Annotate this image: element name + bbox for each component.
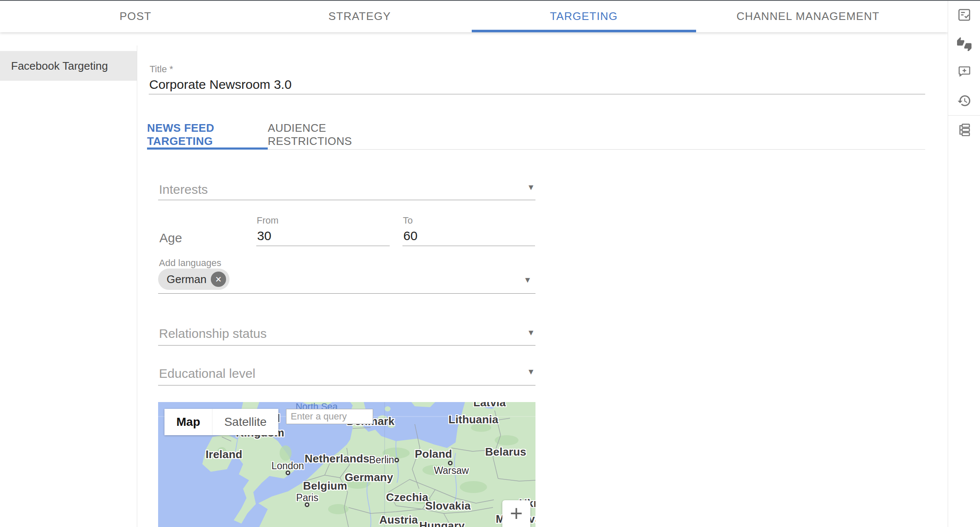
- active-subtab-indicator: [147, 147, 268, 150]
- map-label-ireland: Ireland: [206, 448, 243, 461]
- right-toolbar: [948, 0, 980, 527]
- city-marker-warsaw: [448, 461, 453, 465]
- relationship-status-underline: [158, 345, 535, 346]
- relationship-status-select[interactable]: Relationship status: [159, 326, 266, 341]
- languages-underline: [158, 293, 535, 294]
- age-to-underline: [402, 246, 535, 246]
- age-from-underline: [256, 246, 390, 246]
- age-from-label: From: [257, 215, 278, 226]
- window-top-edge: [0, 0, 980, 1]
- targeting-map[interactable]: North Sea Latvia Lithuania Denmark Unite…: [158, 402, 535, 527]
- map-label-czechia: Czechia: [386, 491, 428, 504]
- subtab-news-feed-targeting[interactable]: NEWS FEED TARGETING: [147, 121, 268, 149]
- sidebar-item-label: Facebook Targeting: [0, 60, 108, 73]
- history-icon[interactable]: [957, 94, 972, 108]
- city-marker-berlin: [394, 458, 399, 462]
- title-label: Title *: [150, 64, 173, 75]
- chevron-down-icon[interactable]: ▼: [527, 328, 535, 337]
- thumbs-up-down-icon[interactable]: [957, 37, 972, 51]
- map-label-latvia: Latvia: [473, 402, 506, 409]
- map-label-netherlands: Netherlands: [305, 452, 369, 465]
- language-chip-german: German ✕: [158, 269, 229, 290]
- close-icon: ✕: [215, 275, 222, 284]
- sidebar-divider: [137, 45, 137, 527]
- age-to-label: To: [403, 215, 413, 226]
- map-zoom-in-button[interactable]: +: [502, 500, 530, 527]
- title-input[interactable]: Corporate Newsroom 3.0: [149, 77, 292, 92]
- add-comment-icon[interactable]: [957, 64, 972, 79]
- map-label-lithuania: Lithuania: [448, 413, 498, 426]
- map-query-input[interactable]: [286, 409, 373, 424]
- fact-check-icon[interactable]: [957, 8, 972, 22]
- title-underline: [149, 94, 925, 94]
- city-marker-london: [286, 470, 290, 475]
- tab-channel-management[interactable]: CHANNEL MANAGEMENT: [696, 0, 921, 32]
- remove-language-button[interactable]: ✕: [211, 272, 226, 287]
- tree-structure-icon[interactable]: [957, 122, 972, 137]
- map-label-paris: Paris: [296, 492, 318, 504]
- map-label-belgium: Belgium: [303, 479, 347, 493]
- map-label-germany: Germany: [345, 471, 393, 484]
- language-chip-label: German: [167, 273, 207, 286]
- map-label-hungary: Hungary: [419, 519, 465, 527]
- city-marker-paris: [305, 502, 309, 507]
- sidebar-item-facebook-targeting[interactable]: Facebook Targeting: [0, 51, 137, 81]
- map-label-austria: Austria: [380, 513, 418, 527]
- educational-level-underline: [158, 385, 535, 385]
- chevron-down-icon[interactable]: ▼: [524, 275, 532, 285]
- tab-strategy[interactable]: STRATEGY: [248, 0, 472, 32]
- map-view-button[interactable]: Map: [164, 409, 212, 435]
- toolbar-divider: [948, 115, 980, 116]
- plus-icon: +: [510, 500, 523, 527]
- subtab-audience-restrictions[interactable]: AUDIENCE RESTRICTIONS: [268, 121, 396, 149]
- map-label-berlin: Berlin: [369, 454, 394, 466]
- educational-level-select[interactable]: Educational level: [159, 366, 255, 381]
- languages-label: Add languages: [159, 258, 221, 269]
- map-type-control: Map Satellite: [164, 409, 278, 435]
- age-from-input[interactable]: 30: [257, 229, 271, 243]
- map-label-belarus: Belarus: [485, 445, 527, 459]
- map-label-poland: Poland: [415, 448, 452, 461]
- interests-underline: [158, 200, 535, 200]
- chevron-down-icon[interactable]: ▼: [527, 183, 535, 192]
- age-label: Age: [159, 231, 182, 245]
- top-tab-bar: POST STRATEGY TARGETING CHANNEL MANAGEME…: [0, 0, 948, 32]
- chevron-down-icon[interactable]: ▼: [527, 367, 535, 377]
- map-label-slovakia: Slovakia: [425, 499, 470, 513]
- map-label-london: London: [272, 460, 304, 472]
- active-tab-indicator: [472, 30, 696, 32]
- satellite-view-button[interactable]: Satellite: [212, 409, 278, 435]
- tab-post[interactable]: POST: [23, 0, 248, 32]
- tab-targeting[interactable]: TARGETING: [472, 0, 696, 32]
- map-label-warsaw: Warsaw: [434, 465, 469, 476]
- interests-select[interactable]: Interests: [159, 182, 208, 197]
- age-to-input[interactable]: 60: [403, 229, 417, 243]
- app-window: POST STRATEGY TARGETING CHANNEL MANAGEME…: [0, 0, 980, 527]
- top-tabs: POST STRATEGY TARGETING CHANNEL MANAGEME…: [23, 0, 920, 32]
